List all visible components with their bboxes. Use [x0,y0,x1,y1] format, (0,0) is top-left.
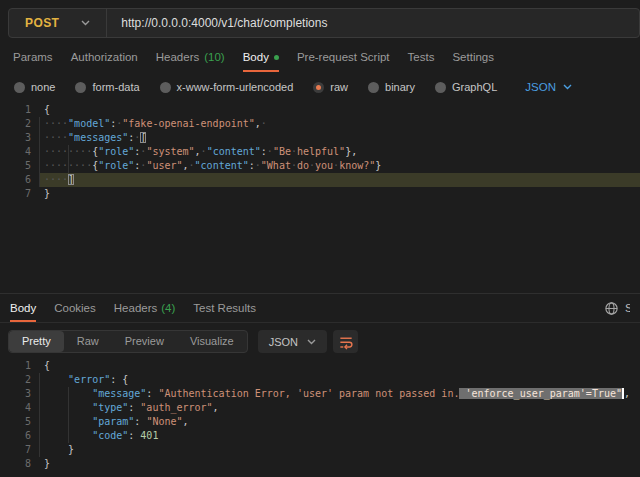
code-token: ] [68,174,74,185]
tab-label: Params [13,51,53,63]
code-line: 3 "message": "Authentication Error, 'use… [0,387,640,401]
tab-pre-request-script[interactable]: Pre-request Script [297,48,390,72]
request-tabs: ParamsAuthorizationHeaders(10)BodyPre-re… [13,48,640,72]
code-token: }, [345,146,357,157]
wrap-text-button[interactable] [333,330,358,353]
response-language-dropdown[interactable]: JSON [258,330,327,353]
view-visualize[interactable]: Visualize [177,331,247,352]
line-number: 1 [0,359,31,373]
view-raw[interactable]: Raw [64,331,112,352]
response-tab-label: Test Results [193,302,256,314]
code-token: "content" [207,146,261,157]
response-tab-body[interactable]: Body [10,294,36,322]
code-token: "model" [68,118,110,129]
tab-headers[interactable]: Headers(10) [156,48,225,72]
tab-count-badge: (10) [204,51,224,63]
bodytype-label: binary [385,81,415,93]
bodytype-form-data[interactable]: form-data [75,81,139,93]
code-line: 2 "error": { [0,373,640,387]
code-token: } [44,458,50,469]
code-token: { [44,360,50,371]
bodytype-label: form-data [92,81,139,93]
tab-label: Body [243,51,269,63]
raw-language-dropdown[interactable]: JSON [525,81,572,93]
tab-authorization[interactable]: Authorization [71,48,138,72]
code-token: "user" [146,160,182,171]
tab-tests[interactable]: Tests [408,48,435,72]
tab-body[interactable]: Body [243,48,279,72]
chevron-down-icon [563,84,572,90]
code-token: : [128,430,140,441]
chevron-down-icon [307,339,316,345]
response-toolbar: PrettyRawPreviewVisualize JSON [8,330,358,353]
bodytype-graphql[interactable]: GraphQL [435,81,497,93]
line-number: 1 [0,103,31,117]
code-token: "code" [92,430,128,441]
indent-guide [68,145,69,173]
url-input[interactable]: http://0.0.0.0:4000/v1/chat/completions [107,16,639,30]
code-token: "messages" [68,132,128,143]
tab-params[interactable]: Params [13,48,53,72]
code-line: 7} [0,187,640,201]
response-tab-label: Cookies [54,302,96,314]
code-token: "auth_error" [140,402,212,413]
raw-language-label: JSON [525,81,556,93]
code-token: · [261,118,267,129]
tab-label: Settings [452,51,494,63]
code-line: 5········{"role":·"user",·"content":·"Wh… [0,159,640,173]
code-token: "role" [98,146,134,157]
view-pretty[interactable]: Pretty [9,331,64,352]
response-language-label: JSON [269,336,298,348]
indent-guide [68,387,69,443]
request-body-editor[interactable]: 1{2····"model":·"fake-openai-endpoint",·… [0,103,640,201]
radio-icon [14,82,25,93]
code-token: { [44,104,50,115]
response-tab-test-results[interactable]: Test Results [193,294,256,322]
line-number: 5 [0,415,31,429]
line-number: 6 [0,429,31,443]
method-selector[interactable]: POST [9,9,106,37]
bodytype-x-www-form-urlencoded[interactable]: x-www-form-urlencoded [160,81,294,93]
code-token: : [134,416,146,427]
code-line: 5 "param": "None", [0,415,640,429]
bodytype-label: raw [330,81,348,93]
response-tab-cookies[interactable]: Cookies [54,294,96,322]
status-text-clipped: S [625,302,630,314]
line-number: 7 [0,443,31,457]
globe-icon[interactable] [604,301,619,316]
code-token: : [146,388,158,399]
response-tab-headers[interactable]: Headers(4) [114,294,176,322]
bodytype-label: GraphQL [452,81,497,93]
response-meta: S [604,294,630,322]
response-tabs-bar: BodyCookiesHeaders(4)Test Results S [0,294,640,323]
line-number: 5 [0,159,31,173]
code-token: "None" [146,416,182,427]
code-line: 1{ [0,359,640,373]
code-line: 6 "code": 401 [0,429,640,443]
tab-label: Authorization [71,51,138,63]
code-line: 7 } [0,443,640,457]
line-number: 4 [0,145,31,159]
tab-settings[interactable]: Settings [452,48,494,72]
tab-label: Headers [156,51,199,63]
bodytype-label: x-www-form-urlencoded [177,81,294,93]
radio-icon [368,82,379,93]
code-token: "Be [273,146,291,157]
response-body-editor[interactable]: 1{2 "error": {3 "message": "Authenticati… [0,359,640,471]
code-token: "fake-openai-endpoint" [122,118,254,129]
tab-label: Pre-request Script [297,51,390,63]
view-preview[interactable]: Preview [112,331,177,352]
indent-guide [39,117,40,187]
code-token: , [213,402,219,413]
bodytype-binary[interactable]: binary [368,81,415,93]
bodytype-none[interactable]: none [14,81,55,93]
code-line: 2····"model":·"fake-openai-endpoint",· [0,117,640,131]
response-view-switcher: PrettyRawPreviewVisualize [8,330,248,353]
code-token: : [128,402,140,413]
code-token: , [183,416,189,427]
code-line: 4········{"role":·"system",·"content":·"… [0,145,640,159]
response-tabs: BodyCookiesHeaders(4)Test Results [10,294,256,322]
radio-icon [313,82,324,93]
code-token: you [315,160,333,171]
bodytype-raw[interactable]: raw [313,81,348,93]
